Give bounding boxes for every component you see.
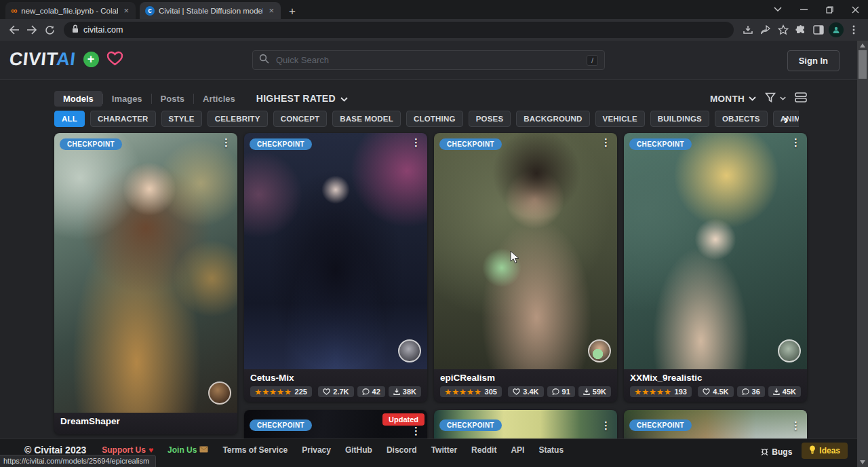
model-type-badge: CHECKPOINT — [629, 138, 692, 150]
footer-link-reddit[interactable]: Reddit — [471, 445, 496, 455]
link-preview-status: https://civitai.com/models/25694/epicrea… — [0, 455, 156, 467]
bookmark-star-icon[interactable] — [774, 21, 792, 39]
quick-search[interactable]: / — [252, 50, 605, 70]
minimize-button[interactable] — [791, 0, 816, 19]
category-chip-character[interactable]: CHARACTER — [90, 111, 156, 127]
card-menu-icon[interactable]: ⋮ — [601, 136, 611, 149]
creator-avatar[interactable] — [208, 381, 231, 405]
tab-models[interactable]: Models — [54, 91, 102, 107]
heart-icon — [323, 388, 330, 395]
sort-dropdown[interactable]: HIGHEST RATED — [256, 93, 348, 104]
category-chip-base-model[interactable]: BASE MODEL — [332, 111, 401, 127]
tab-posts[interactable]: Posts — [152, 91, 193, 107]
footer-link-github[interactable]: GitHub — [345, 445, 372, 455]
model-title: Cetus-Mix — [250, 373, 421, 383]
bugs-label: Bugs — [772, 447, 792, 457]
card-menu-icon[interactable]: ⋮ — [411, 136, 421, 149]
model-type-badge: CHECKPOINT — [250, 419, 312, 431]
footer-link-terms[interactable]: Terms of Service — [222, 445, 288, 455]
footer-link-twitter[interactable]: Twitter — [431, 445, 457, 455]
footer-link-status[interactable]: Status — [538, 445, 564, 455]
heart-icon — [513, 388, 520, 395]
civitai-logo[interactable]: CIVITAI + — [9, 50, 123, 69]
chevron-down-icon[interactable] — [765, 0, 791, 19]
ideas-button[interactable]: Ideas — [802, 443, 848, 459]
category-chip-poses[interactable]: POSES — [469, 111, 511, 127]
close-tab-icon[interactable]: × — [122, 5, 130, 16]
new-tab-button[interactable]: + — [289, 5, 296, 17]
download-icon[interactable] — [739, 21, 757, 39]
bugs-button[interactable]: Bugs — [761, 447, 792, 457]
heart-icon — [703, 388, 710, 395]
creator-avatar[interactable] — [398, 339, 421, 362]
back-icon[interactable] — [5, 21, 23, 39]
footer-link-join-us[interactable]: Join Us — [167, 445, 208, 455]
card-menu-icon[interactable]: ⋮ — [791, 419, 801, 432]
likes-count: 2.7K — [333, 388, 349, 396]
category-chip-clothing[interactable]: CLOTHING — [406, 111, 463, 127]
categories-scroll-right-icon[interactable]: › — [784, 111, 788, 128]
extensions-icon[interactable] — [792, 21, 810, 39]
category-chip-celebrity[interactable]: CELEBRITY — [208, 111, 268, 127]
search-input[interactable] — [275, 54, 581, 66]
footer-link-api[interactable]: API — [511, 445, 524, 455]
model-card-xxmix[interactable]: CHECKPOINT ⋮ XXMix_9realistic ★★★★★ 193 — [624, 133, 807, 402]
footer-link-support-us[interactable]: Support Us ♥ — [102, 445, 153, 455]
card-menu-icon[interactable]: ⋮ — [601, 419, 611, 432]
model-image[interactable]: CHECKPOINT ⋮ — [434, 133, 617, 369]
tab-images[interactable]: Images — [103, 91, 151, 107]
updated-badge: Updated — [382, 413, 425, 426]
close-tab-icon[interactable]: × — [267, 5, 275, 16]
layout-toggle-icon[interactable] — [795, 92, 807, 105]
share-icon[interactable] — [757, 21, 774, 39]
model-image[interactable]: CHECKPOINT ⋮ — [54, 133, 237, 413]
card-menu-icon[interactable]: ⋮ — [791, 136, 801, 149]
browser-menu-icon[interactable] — [845, 21, 863, 39]
sign-in-button[interactable]: Sign In — [787, 50, 840, 71]
card-menu-icon[interactable]: ⋮ — [411, 425, 421, 437]
sort-label: HIGHEST RATED — [256, 93, 336, 104]
card-menu-icon[interactable]: ⋮ — [221, 136, 231, 149]
model-card-dreamshaper[interactable]: CHECKPOINT ⋮ DreamShaper — [54, 133, 237, 434]
category-chip-objects[interactable]: OBJECTS — [715, 111, 768, 127]
tab-articles[interactable]: Articles — [194, 91, 244, 107]
model-card-epicrealism[interactable]: CHECKPOINT ⋮ epiCRealism ★★★★★ 305 — [434, 133, 617, 402]
creator-avatar[interactable] — [588, 339, 611, 362]
browser-tab-civitai[interactable]: c Civitai | Stable Diffusion models, × — [140, 2, 281, 19]
category-chip-vehicle[interactable]: VEHICLE — [595, 111, 645, 127]
model-image[interactable]: CHECKPOINT ⋮ — [624, 133, 807, 369]
category-chip-concept[interactable]: CONCEPT — [273, 111, 328, 127]
page-scrollbar[interactable] — [857, 41, 868, 467]
category-chip-background[interactable]: BACKGROUND — [516, 111, 589, 127]
comment-icon — [742, 388, 749, 395]
category-filter-bar: ALL CHARACTER STYLE CELEBRITY CONCEPT BA… — [54, 111, 799, 128]
scrollbar-up-arrow[interactable] — [860, 43, 865, 48]
browser-tab-colab[interactable]: ∞ new_colab_file.ipynb - Colaborat × — [5, 2, 136, 19]
favorites-heart-icon[interactable] — [106, 51, 123, 69]
category-chip-buildings[interactable]: BUILDINGS — [650, 111, 709, 127]
model-image[interactable]: CHECKPOINT ⋮ — [244, 133, 427, 369]
reload-icon[interactable] — [41, 21, 58, 39]
filter-dropdown[interactable] — [765, 92, 786, 105]
footer-link-privacy[interactable]: Privacy — [302, 445, 331, 455]
side-panel-icon[interactable] — [810, 21, 827, 39]
category-chip-style[interactable]: STYLE — [161, 111, 202, 127]
profile-avatar[interactable] — [829, 22, 844, 37]
address-bar[interactable]: civitai.com — [64, 22, 734, 38]
period-label: MONTH — [710, 94, 745, 104]
forward-icon[interactable] — [23, 21, 41, 39]
close-window-button[interactable] — [842, 0, 868, 19]
model-card-cetus-mix[interactable]: CHECKPOINT ⋮ Cetus-Mix ★★★★★ 225 — [244, 133, 427, 402]
creator-avatar[interactable] — [778, 339, 801, 362]
maximize-button[interactable] — [816, 0, 842, 19]
scrollbar-thumb[interactable] — [859, 50, 867, 79]
right-controls: MONTH — [710, 92, 807, 105]
scrollbar-down-arrow[interactable] — [860, 460, 865, 464]
footer-link-discord[interactable]: Discord — [387, 445, 417, 455]
period-dropdown[interactable]: MONTH — [710, 94, 756, 104]
comments-pill: 42 — [357, 386, 385, 397]
create-plus-button[interactable]: + — [83, 52, 99, 67]
star-icons: ★★★★★ — [635, 388, 672, 396]
comments-count: 36 — [752, 388, 760, 396]
category-chip-all[interactable]: ALL — [54, 111, 85, 127]
